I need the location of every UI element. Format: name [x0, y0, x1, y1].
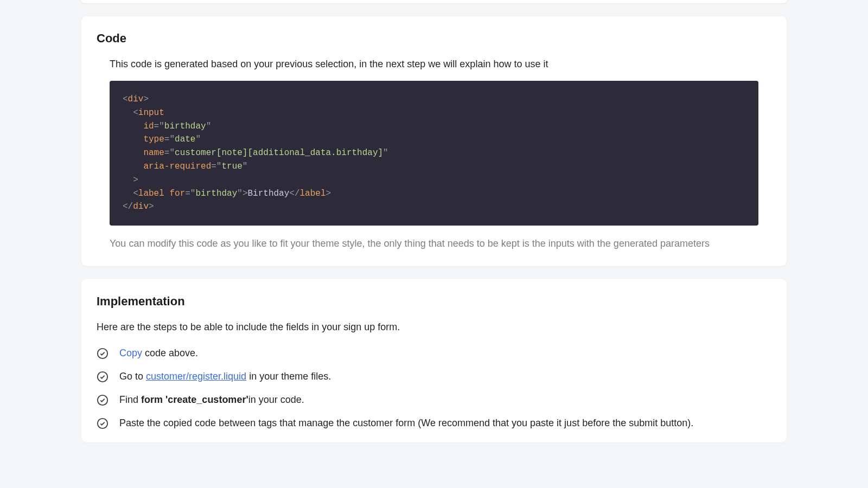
svg-point-0 [98, 349, 107, 358]
implementation-section-card: Implementation Here are the steps to be … [81, 279, 787, 442]
code-intro-text: This code is generated based on your pre… [97, 59, 771, 70]
check-circle-icon [97, 371, 108, 383]
implementation-section-title: Implementation [97, 294, 771, 309]
code-section-card: Code This code is generated based on you… [81, 16, 787, 266]
step-item: Find form 'create_customer'in your code. [97, 393, 771, 407]
step-item: Copy code above. [97, 346, 771, 361]
register-liquid-link[interactable]: customer/register.liquid [146, 371, 246, 382]
previous-card-bottom [81, 0, 787, 3]
implementation-intro-text: Here are the steps to be able to include… [97, 322, 771, 333]
implementation-steps-list: Copy code above. Go to customer/register… [97, 346, 771, 431]
check-circle-icon [97, 418, 108, 429]
code-snippet-block[interactable]: <div> <input id="birthday" type="date" n… [110, 81, 758, 226]
check-circle-icon [97, 348, 108, 359]
step-item: Paste the copied code between tags that … [97, 416, 771, 431]
step-text: Copy code above. [119, 346, 198, 361]
code-note-text: You can modify this code as you like to … [97, 236, 771, 251]
check-circle-icon [97, 394, 108, 406]
code-section-title: Code [97, 31, 771, 46]
copy-link[interactable]: Copy [119, 348, 142, 358]
step-item: Go to customer/register.liquid in your t… [97, 369, 771, 384]
svg-point-2 [98, 395, 107, 405]
svg-point-1 [98, 372, 107, 382]
step-text: Find form 'create_customer'in your code. [119, 393, 304, 407]
step-text: Go to customer/register.liquid in your t… [119, 369, 331, 384]
step-text: Paste the copied code between tags that … [119, 416, 693, 431]
svg-point-3 [98, 419, 107, 428]
